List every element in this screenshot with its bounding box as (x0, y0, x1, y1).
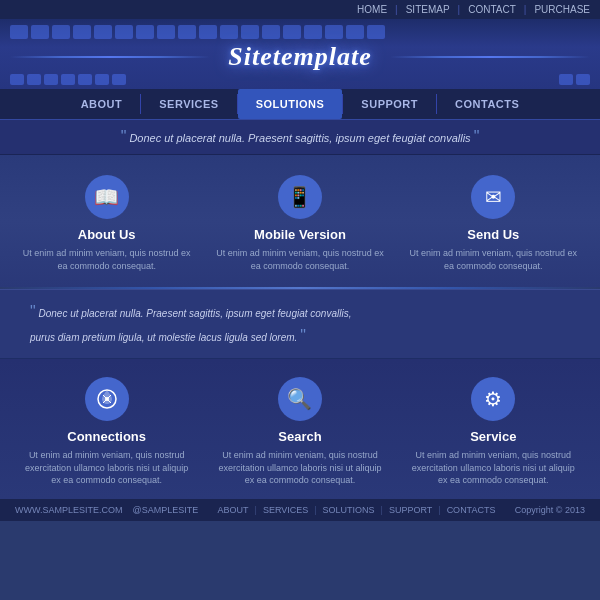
footer-sep: | (438, 505, 440, 515)
footer-sep: | (381, 505, 383, 515)
footer-site: WWW.SAMPLESITE.COM (15, 505, 123, 515)
service-title-2: Service (470, 429, 516, 444)
sq (220, 25, 238, 39)
quote-text-2-line2: purus diam pretium ligula, ut molestie l… (30, 324, 570, 348)
sq (178, 25, 196, 39)
nav-services[interactable]: SERVICES (141, 89, 236, 119)
footer-nav-services[interactable]: SERVICES (263, 505, 308, 515)
header-area: Sitetemplate (0, 19, 600, 89)
mail-icon: ✉ (471, 175, 515, 219)
service-connections: Connections Ut enim ad minim veniam, qui… (22, 377, 192, 487)
services-section: Connections Ut enim ad minim veniam, qui… (0, 359, 600, 499)
nav-about[interactable]: ABOUT (63, 89, 141, 119)
sq (61, 74, 75, 85)
footer-nav-solutions[interactable]: SOLUTIONS (323, 505, 375, 515)
footer-nav: ABOUT | SERVICES | SOLUTIONS | SUPPORT |… (218, 505, 496, 515)
feature-send-us: ✉ Send Us Ut enim ad minim veniam, quis … (408, 175, 578, 272)
quote-text-2-line1: " Donec ut placerat nulla. Praesent sagi… (30, 300, 570, 324)
sq (559, 74, 573, 85)
footer-left: WWW.SAMPLESITE.COM @SAMPLESITE (15, 505, 198, 515)
sq-group-left (10, 74, 126, 85)
service-title-1: Search (278, 429, 321, 444)
logo-line-left (10, 56, 210, 58)
footer: WWW.SAMPLESITE.COM @SAMPLESITE ABOUT | S… (0, 499, 600, 521)
nav-support[interactable]: SUPPORT (343, 89, 436, 119)
feature-desc-2: Ut enim ad minim veniam, quis nostrud ex… (408, 247, 578, 272)
top-nav-sep2: | (458, 4, 461, 15)
service-desc-2: Ut enim ad minim veniam, quis nostrud ex… (408, 449, 578, 487)
sq (78, 74, 92, 85)
squares-decoration-top (10, 25, 590, 39)
quote-block-2: " Donec ut placerat nulla. Praesent sagi… (0, 289, 600, 359)
footer-copyright: Copyright © 2013 (515, 505, 585, 515)
main-navigation: ABOUT SERVICES SOLUTIONS SUPPORT CONTACT… (0, 89, 600, 119)
sq (112, 74, 126, 85)
sq (283, 25, 301, 39)
logo-line-right (390, 56, 590, 58)
top-nav-purchase[interactable]: PURCHASE (534, 4, 590, 15)
feature-title-2: Send Us (467, 227, 519, 242)
feature-title-0: About Us (78, 227, 136, 242)
sq (304, 25, 322, 39)
sq (52, 25, 70, 39)
top-nav-home[interactable]: HOME (357, 4, 387, 15)
logo-row: Sitetemplate (10, 42, 590, 72)
sq (346, 25, 364, 39)
top-nav-sep3: | (524, 4, 527, 15)
footer-sep: | (314, 505, 316, 515)
feature-about-us: 📖 About Us Ut enim ad minim veniam, quis… (22, 175, 192, 272)
footer-nav-support[interactable]: SUPPORT (389, 505, 432, 515)
nav-contacts[interactable]: CONTACTS (437, 89, 537, 119)
footer-nav-about[interactable]: ABOUT (218, 505, 249, 515)
sq (10, 25, 28, 39)
quote-text-1: Donec ut placerat nulla. Praesent sagitt… (129, 132, 470, 144)
sq (325, 25, 343, 39)
service-desc-1: Ut enim ad minim veniam, quis nostrud ex… (215, 449, 385, 487)
sq (241, 25, 259, 39)
sq (73, 25, 91, 39)
service-title-0: Connections (67, 429, 146, 444)
sq (31, 25, 49, 39)
sq (44, 74, 58, 85)
footer-sep: | (255, 505, 257, 515)
feature-title-1: Mobile Version (254, 227, 346, 242)
service-desc-0: Ut enim ad minim veniam, quis nostrud ex… (22, 449, 192, 487)
sq (199, 25, 217, 39)
top-nav-sep1: | (395, 4, 398, 15)
quote-open-2: " (30, 303, 36, 320)
top-navigation: HOME | SITEMAP | CONTACT | PURCHASE (0, 0, 600, 19)
quote-close: " (474, 128, 480, 145)
quote-line2: purus diam pretium ligula, ut molestie l… (30, 332, 297, 343)
sq (95, 74, 109, 85)
nav-solutions[interactable]: SOLUTIONS (238, 89, 343, 119)
service-search: 🔍 Search Ut enim ad minim veniam, quis n… (215, 377, 385, 487)
footer-nav-contacts[interactable]: CONTACTS (447, 505, 496, 515)
sq (262, 25, 280, 39)
service-service: ⚙ Service Ut enim ad minim veniam, quis … (408, 377, 578, 487)
sq (10, 74, 24, 85)
sq (576, 74, 590, 85)
book-icon: 📖 (85, 175, 129, 219)
sq-group-right (559, 74, 590, 85)
sq (136, 25, 154, 39)
footer-social: @SAMPLESITE (133, 505, 199, 515)
quote-close-2: " (300, 327, 306, 344)
sq (157, 25, 175, 39)
sq (94, 25, 112, 39)
site-logo: Sitetemplate (210, 42, 389, 72)
sq (367, 25, 385, 39)
gear-icon: ⚙ (471, 377, 515, 421)
sq (27, 74, 41, 85)
quote-open: " (121, 128, 127, 145)
quote-banner-1: " Donec ut placerat nulla. Praesent sagi… (0, 119, 600, 155)
sq (115, 25, 133, 39)
top-nav-sitemap[interactable]: SITEMAP (406, 4, 450, 15)
mobile-icon: 📱 (278, 175, 322, 219)
features-section: 📖 About Us Ut enim ad minim veniam, quis… (0, 155, 600, 287)
feature-mobile: 📱 Mobile Version Ut enim ad minim veniam… (215, 175, 385, 272)
quote-line1: Donec ut placerat nulla. Praesent sagitt… (38, 308, 351, 319)
connections-icon (85, 377, 129, 421)
top-nav-contact[interactable]: CONTACT (468, 4, 516, 15)
feature-desc-1: Ut enim ad minim veniam, quis nostrud ex… (215, 247, 385, 272)
search-icon: 🔍 (278, 377, 322, 421)
